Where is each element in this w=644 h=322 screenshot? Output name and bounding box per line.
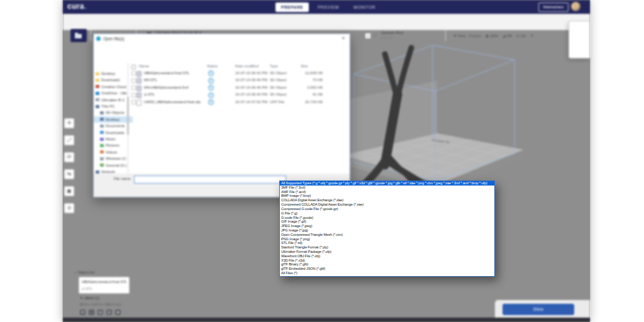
file-type-option[interactable]: glTF Embedded JSON (*.gltf) bbox=[280, 267, 494, 271]
sidebar-item-desktop[interactable]: Desktop bbox=[94, 70, 128, 77]
scale-tool-icon[interactable]: ⤢ bbox=[64, 135, 74, 145]
settings-flyout-panel bbox=[569, 21, 590, 58]
file-date: 16-07-19 07:02 PM bbox=[235, 100, 267, 104]
file-type-option[interactable]: All Supported Types (*.g *.obj *.gcode.g… bbox=[280, 181, 494, 186]
sidebar-item-label: OneDrive - Ultima bbox=[101, 91, 128, 95]
row-checkbox[interactable] bbox=[131, 93, 136, 97]
explorer-icon[interactable]: ▤ bbox=[97, 309, 103, 315]
row-checkbox[interactable] bbox=[131, 100, 136, 104]
row-checkbox[interactable] bbox=[131, 71, 136, 75]
object-list-item[interactable]: HBA0phonestand final.STL bbox=[82, 279, 126, 286]
slice-button[interactable]: Slice bbox=[502, 304, 574, 315]
sync-status-icon: ↻ bbox=[208, 70, 214, 76]
filename-input[interactable] bbox=[135, 179, 288, 187]
file-type-option[interactable]: G-code File (*.gcode) bbox=[280, 216, 494, 220]
file-date: 16-07-19 06:40 PM bbox=[235, 78, 267, 82]
file-row[interactable]: HBA0phonestand final.STL↻16-07-19 06:42 … bbox=[130, 70, 350, 77]
sidebar-item-label: Windows (C:) bbox=[106, 157, 128, 160]
object-list-box[interactable]: HBA0phonestand final.STLcr.STL bbox=[79, 277, 130, 294]
object-list-item[interactable]: cr.STL bbox=[82, 286, 126, 292]
support-blocker-icon[interactable]: ⊘ bbox=[64, 203, 74, 213]
file-type-dropdown-list[interactable]: All Supported Types (*.g *.obj *.gcode.g… bbox=[279, 180, 495, 277]
marketplace-button[interactable]: Marketplace bbox=[538, 3, 569, 12]
search-icon[interactable]: ⌕ bbox=[89, 309, 94, 315]
videos-icon bbox=[100, 150, 104, 153]
sidebar-scrollbar-thumb[interactable] bbox=[127, 97, 129, 135]
account-avatar[interactable] bbox=[571, 2, 580, 11]
drive-green-icon bbox=[100, 164, 104, 167]
file-type-option[interactable]: JPEG Image (*.jpeg) bbox=[280, 224, 494, 228]
mirror-tool-icon[interactable]: ⇆ bbox=[64, 169, 74, 179]
selected-object-name[interactable]: ✎ HBA0 (1) bbox=[80, 296, 99, 300]
file-type-option[interactable]: 3MF File (*.3mf) bbox=[280, 186, 494, 190]
sidebar-item-onedrive-ultima[interactable]: OneDrive - Ultima bbox=[94, 90, 128, 96]
file-date: 16-07-19 06:40 PM bbox=[235, 92, 267, 96]
open-file-button[interactable] bbox=[70, 29, 87, 42]
file-type-option[interactable]: COLLADA Digital Asset Exchange (*.dae) bbox=[280, 198, 494, 203]
file-type-option[interactable]: STL File (*.stl) bbox=[280, 241, 494, 245]
separator bbox=[91, 30, 91, 41]
top-bar: cura. PREPAREPREVIEWMONITOR Marketplace bbox=[63, 0, 590, 14]
file-row[interactable]: UMS3_HBA0phonestand final.ufp↻16-07-19 0… bbox=[130, 99, 350, 106]
browser-icon[interactable]: ◍ bbox=[106, 309, 112, 315]
column-header-status[interactable]: Status bbox=[207, 64, 218, 68]
file-type-option[interactable]: JPG Image (*.jpg) bbox=[280, 228, 494, 233]
object-dimensions: 80.6 x 124.5 x 186.5 mm bbox=[80, 303, 121, 306]
column-header-date-modified[interactable]: Date modified bbox=[235, 64, 258, 68]
object-list-header[interactable]: ⌄ Object list bbox=[74, 270, 94, 274]
sidebar-item-downloads[interactable]: Downloads bbox=[94, 77, 128, 83]
model-file-icon bbox=[136, 92, 142, 98]
file-type-option[interactable]: Wavefront OBJ File (*.obj) bbox=[280, 254, 494, 258]
collapse-chevron-icon[interactable]: ‹ bbox=[448, 34, 449, 38]
column-header-size[interactable]: Size bbox=[301, 64, 308, 68]
sidebar-item-this-pc[interactable]: This PC bbox=[94, 103, 128, 109]
tab-prepare[interactable]: PREPARE bbox=[275, 3, 309, 12]
per-model-settings-icon[interactable]: ▣ bbox=[64, 186, 74, 196]
start-icon[interactable]: ⊞ bbox=[80, 309, 86, 315]
column-header-type[interactable]: Type bbox=[270, 64, 278, 68]
file-type-option[interactable]: G File (*.g) bbox=[280, 211, 494, 216]
sidebar-item-label: Network bbox=[101, 170, 115, 174]
app-icon[interactable]: ◆ bbox=[115, 309, 121, 315]
file-row[interactable]: M4.STL↻16-07-19 06:40 PM3D Object73 KB bbox=[130, 77, 350, 84]
tab-preview[interactable]: PREVIEW bbox=[312, 3, 345, 12]
print-settings-summary[interactable]: ‹⚑Fine - 0.1mm▦20%◢Off◎On✎ bbox=[448, 28, 534, 43]
file-type-option[interactable]: All Files (*) bbox=[280, 271, 494, 275]
file-type-option[interactable]: Compressed COLLADA Digital Asset Exchang… bbox=[280, 203, 494, 207]
rotate-tool-icon[interactable]: ⟳ bbox=[64, 152, 74, 162]
file-type-option[interactable]: BMP Image (*.bmp) bbox=[280, 194, 494, 198]
move-tool-icon[interactable]: ✛ bbox=[64, 118, 74, 128]
setting-chip: ◢Off bbox=[502, 33, 512, 38]
row-checkbox[interactable] bbox=[131, 79, 136, 83]
file-type-option[interactable]: AMF File (*.amf) bbox=[280, 190, 494, 194]
sidebar-item-network[interactable]: Network bbox=[94, 169, 128, 175]
pencil-icon[interactable]: ✎ bbox=[530, 33, 533, 38]
sidebar-item-creative-cloud-fil[interactable]: Creative Cloud Fil bbox=[94, 84, 128, 90]
close-icon[interactable]: ✕ bbox=[341, 36, 345, 41]
file-type-option[interactable]: Open Compressed Triangle Mesh (*.ctm) bbox=[280, 233, 494, 237]
file-row[interactable]: M4+HBA0phonestand.3mf↻16-07-19 06:46 PM3… bbox=[130, 84, 350, 91]
extruder-2-config[interactable]: 2Generic PLAAA 0.4 bbox=[365, 28, 447, 43]
file-type-option[interactable]: Ultimaker Format Package (*.ufp) bbox=[280, 250, 494, 254]
column-header-name[interactable]: Name bbox=[139, 64, 149, 68]
dialog-title-bar: Open file(s) ✕ bbox=[94, 34, 350, 43]
file-type-option[interactable]: X3D File (*.x3d) bbox=[280, 258, 494, 263]
setting-chip: ◎On bbox=[516, 33, 526, 38]
creative-cloud-icon bbox=[96, 85, 99, 88]
file-type-option[interactable]: PNG Image (*.png) bbox=[280, 237, 494, 242]
sidebar-item-ultimaker-b-v-[interactable]: Ultimaker B.V. bbox=[94, 97, 128, 103]
file-type-option[interactable]: GIF Image (*.gif) bbox=[280, 219, 494, 224]
sidebar-item-label: Downloads bbox=[101, 78, 120, 82]
file-type-option[interactable]: glTF Binary (*.glb) bbox=[280, 262, 494, 267]
file-type: 3D Object bbox=[270, 78, 287, 82]
select-all-checkbox[interactable] bbox=[131, 65, 136, 69]
tab-monitor[interactable]: MONITOR bbox=[348, 3, 381, 12]
row-checkbox[interactable] bbox=[131, 86, 136, 90]
file-type-option[interactable]: Compressed G-code File (*.gcode.gz) bbox=[280, 207, 494, 211]
sync-status-icon: ↻ bbox=[208, 85, 214, 91]
file-type: 3D Object bbox=[270, 92, 287, 96]
file-row[interactable]: cr.STL↻16-07-19 06:40 PM3D Object41 KB bbox=[130, 92, 350, 99]
file-type-option[interactable]: Stanford Triangle Format (*.ply) bbox=[280, 245, 494, 250]
file-date: 16-07-19 06:42 PM bbox=[235, 71, 267, 75]
infill-grid-icon: ▦ bbox=[486, 33, 489, 38]
